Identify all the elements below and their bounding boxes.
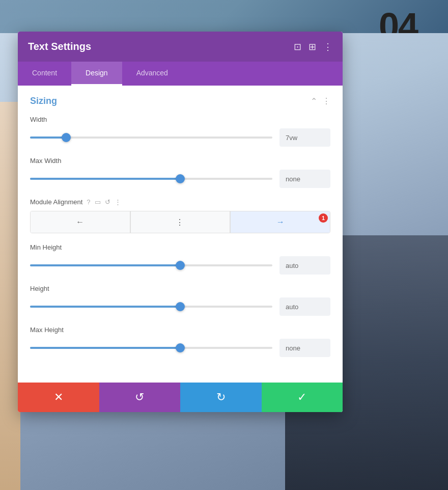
module-alignment-label-row: Module Alignment ? ▭ ↺ ⋮ bbox=[30, 198, 330, 206]
alignment-device-icon[interactable]: ▭ bbox=[95, 198, 101, 206]
min-height-input[interactable] bbox=[279, 256, 330, 275]
min-height-control bbox=[30, 256, 330, 275]
modal-title: Text Settings bbox=[28, 41, 91, 52]
modal-footer: ✕ ↺ ↻ ✓ bbox=[18, 383, 343, 412]
alignment-more-icon[interactable]: ⋮ bbox=[115, 198, 121, 206]
modal-header: Text Settings ⊡ ⊞ ⋮ bbox=[18, 32, 343, 62]
width-input[interactable] bbox=[279, 128, 330, 147]
max-height-field: Max Height bbox=[30, 326, 330, 357]
split-icon[interactable]: ⊞ bbox=[309, 41, 316, 52]
max-height-slider-track bbox=[30, 347, 272, 349]
tab-bar: Content Design Advanced bbox=[18, 62, 343, 86]
module-alignment-label: Module Alignment bbox=[30, 198, 82, 206]
max-height-label: Max Height bbox=[30, 326, 330, 334]
max-height-slider-thumb[interactable] bbox=[176, 343, 185, 352]
width-slider-track bbox=[30, 137, 272, 139]
min-height-label: Min Height bbox=[30, 243, 330, 251]
width-slider-thumb[interactable] bbox=[62, 133, 71, 142]
section-more-icon[interactable]: ⋮ bbox=[322, 96, 330, 106]
height-label: Height bbox=[30, 285, 330, 292]
undo-button[interactable]: ↺ bbox=[99, 383, 181, 412]
width-field: Width bbox=[30, 116, 330, 147]
max-width-slider-wrap[interactable] bbox=[30, 174, 272, 184]
max-width-field: Max Width bbox=[30, 157, 330, 188]
max-width-label: Max Width bbox=[30, 157, 330, 165]
tab-design[interactable]: Design bbox=[71, 62, 122, 86]
max-width-slider-thumb[interactable] bbox=[176, 174, 185, 183]
max-height-slider-wrap[interactable] bbox=[30, 343, 272, 353]
align-left-icon: ← bbox=[76, 217, 84, 227]
tab-advanced[interactable]: Advanced bbox=[122, 62, 182, 86]
align-right-icon: → bbox=[276, 217, 285, 227]
tab-content[interactable]: Content bbox=[18, 62, 71, 86]
alignment-help-icon[interactable]: ? bbox=[87, 198, 90, 206]
min-height-slider-fill bbox=[30, 264, 180, 266]
min-height-slider-track bbox=[30, 264, 272, 266]
max-height-slider-fill bbox=[30, 347, 180, 349]
min-height-slider-thumb[interactable] bbox=[176, 261, 185, 270]
text-settings-modal: Text Settings ⊡ ⊞ ⋮ Content Design Advan… bbox=[18, 32, 343, 412]
section-controls: ⌃ ⋮ bbox=[311, 96, 330, 106]
alignment-buttons: ← ⋮ → 1 bbox=[30, 211, 330, 233]
header-icon-group: ⊡ ⊞ ⋮ bbox=[294, 41, 332, 52]
height-control bbox=[30, 297, 330, 316]
max-width-input[interactable] bbox=[279, 170, 330, 188]
max-width-slider-track bbox=[30, 178, 272, 180]
max-width-control bbox=[30, 170, 330, 188]
cancel-button[interactable]: ✕ bbox=[18, 383, 99, 412]
sizing-section-header: Sizing ⌃ ⋮ bbox=[30, 96, 330, 106]
alignment-reset-icon[interactable]: ↺ bbox=[105, 198, 110, 206]
height-slider-track bbox=[30, 306, 272, 308]
expand-icon[interactable]: ⊡ bbox=[294, 41, 301, 52]
min-height-field: Min Height bbox=[30, 243, 330, 275]
width-label: Width bbox=[30, 116, 330, 123]
height-field: Height bbox=[30, 285, 330, 316]
height-slider-thumb[interactable] bbox=[176, 302, 185, 311]
align-center-icon: ⋮ bbox=[176, 217, 185, 227]
align-center-button[interactable]: ⋮ bbox=[130, 211, 231, 233]
min-height-slider-wrap[interactable] bbox=[30, 260, 272, 270]
save-button[interactable]: ✓ bbox=[262, 383, 343, 412]
max-height-input[interactable] bbox=[279, 339, 330, 357]
sizing-title: Sizing bbox=[30, 96, 57, 106]
max-width-slider-fill bbox=[30, 178, 180, 180]
height-slider-wrap[interactable] bbox=[30, 302, 272, 312]
align-left-button[interactable]: ← bbox=[31, 211, 130, 233]
width-slider-wrap[interactable] bbox=[30, 132, 272, 143]
background-left-strip bbox=[0, 102, 20, 490]
height-input[interactable] bbox=[279, 297, 330, 316]
alignment-badge: 1 bbox=[319, 213, 328, 223]
align-right-button[interactable]: → 1 bbox=[230, 211, 330, 233]
width-slider-fill bbox=[30, 137, 66, 139]
height-slider-fill bbox=[30, 306, 180, 308]
redo-button[interactable]: ↻ bbox=[180, 383, 262, 412]
collapse-icon[interactable]: ⌃ bbox=[311, 96, 317, 106]
max-height-control bbox=[30, 339, 330, 357]
more-icon[interactable]: ⋮ bbox=[323, 41, 332, 52]
modal-content: Sizing ⌃ ⋮ Width Max Width bbox=[18, 86, 343, 383]
width-control bbox=[30, 128, 330, 147]
module-alignment-field: Module Alignment ? ▭ ↺ ⋮ ← ⋮ → 1 bbox=[30, 198, 330, 233]
